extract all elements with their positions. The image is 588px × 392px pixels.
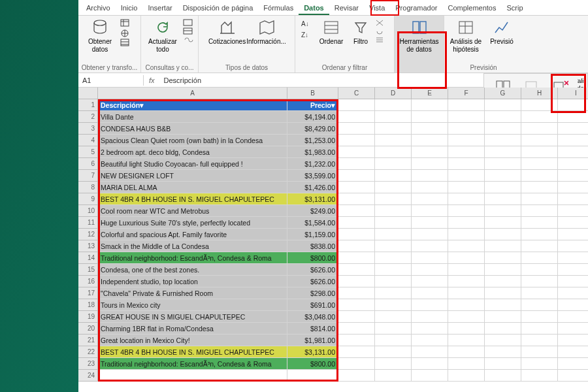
cell-blank[interactable]	[521, 217, 558, 229]
cell-blank[interactable]	[485, 217, 521, 229]
col-header-F[interactable]: F	[448, 88, 485, 99]
cell-price[interactable]: $3,048.00	[287, 311, 338, 323]
tab-insertar[interactable]: Insertar	[142, 1, 177, 15]
cell-blank[interactable]	[485, 135, 521, 146]
cell-blank[interactable]	[558, 335, 588, 346]
cell-desc[interactable]: Condesa, one of the best zones.	[98, 264, 287, 276]
cell-blank[interactable]	[448, 323, 485, 335]
cell-blank[interactable]	[558, 346, 588, 358]
cell-blank[interactable]	[448, 135, 485, 146]
cell-blank[interactable]	[338, 170, 375, 182]
row-header-2[interactable]: 2	[78, 111, 98, 123]
row-header-9[interactable]: 9	[78, 193, 98, 205]
cell-price[interactable]: $1,981.00	[287, 335, 338, 346]
cell-desc[interactable]: Beautiful light Studio Coyoacan- full eq…	[98, 158, 287, 170]
cell-blank[interactable]	[448, 370, 485, 382]
cell-blank[interactable]	[485, 335, 521, 346]
cell-blank[interactable]	[558, 299, 588, 311]
cell-blank[interactable]	[375, 252, 412, 264]
cell-blank[interactable]	[558, 135, 588, 146]
cell-blank[interactable]	[558, 123, 588, 135]
cell-blank[interactable]	[485, 182, 521, 193]
fx-icon[interactable]: fx	[144, 76, 160, 84]
col-header-E[interactable]: E	[412, 88, 448, 99]
cell-blank[interactable]	[558, 205, 588, 217]
col-header-G[interactable]: G	[485, 88, 521, 99]
cell-blank[interactable]	[485, 311, 521, 323]
col-header-H[interactable]: H	[521, 88, 558, 99]
cell-blank[interactable]	[375, 299, 412, 311]
cell-blank[interactable]	[375, 287, 412, 299]
tab-archivo[interactable]: Archivo	[81, 1, 116, 15]
row-header-10[interactable]: 10	[78, 205, 98, 217]
cell-blank[interactable]	[558, 170, 588, 182]
cell-blank[interactable]	[412, 323, 448, 335]
row-header-15[interactable]: 15	[78, 264, 98, 276]
cell-blank[interactable]	[485, 276, 521, 287]
cell-blank[interactable]	[448, 240, 485, 252]
cell-blank[interactable]	[338, 299, 375, 311]
cell-blank[interactable]	[521, 99, 558, 111]
cell-desc[interactable]: Independent studio, top location	[98, 276, 287, 287]
advanced-icon[interactable]	[375, 36, 384, 44]
col-header-B[interactable]: B	[287, 88, 338, 99]
cell-blank[interactable]	[375, 335, 412, 346]
prevision-button[interactable]: Previsió	[486, 17, 517, 47]
cell-blank[interactable]	[558, 158, 588, 170]
cell-blank[interactable]	[375, 229, 412, 240]
cell-blank[interactable]	[448, 299, 485, 311]
cell-blank[interactable]	[558, 370, 588, 382]
cell-desc[interactable]	[98, 370, 287, 382]
header-precio[interactable]: Precio▾	[287, 99, 338, 111]
cell-blank[interactable]	[412, 182, 448, 193]
from-text-icon[interactable]	[120, 19, 131, 28]
actualizar-todo-button[interactable]: Actualizar todo	[144, 17, 182, 54]
cell-blank[interactable]	[521, 358, 558, 370]
cell-desc[interactable]: Villa Dante	[98, 111, 287, 123]
cell-blank[interactable]	[485, 123, 521, 135]
cell-blank[interactable]	[558, 111, 588, 123]
cell-desc[interactable]: Traditional neighborhood: EscandÃ³n, Con…	[98, 252, 287, 264]
cell-blank[interactable]	[558, 323, 588, 335]
cell-blank[interactable]	[485, 252, 521, 264]
tab-revisar[interactable]: Revisar	[329, 1, 364, 15]
cell-blank[interactable]	[558, 217, 588, 229]
cell-desc[interactable]: "Chavela" Private & Furnished Room	[98, 287, 287, 299]
cell-blank[interactable]	[412, 111, 448, 123]
cell-price[interactable]: $626.00	[287, 276, 338, 287]
cell-blank[interactable]	[338, 205, 375, 217]
cell-blank[interactable]	[558, 182, 588, 193]
cell-desc[interactable]: BEST 4BR 4 BH HOUSE IN S. MIGUEL CHAPULT…	[98, 346, 287, 358]
cell-blank[interactable]	[412, 252, 448, 264]
cell-desc[interactable]: Smack in the Middle of La Condesa	[98, 240, 287, 252]
properties-icon[interactable]	[183, 27, 193, 35]
cell-blank[interactable]	[448, 99, 485, 111]
cell-blank[interactable]	[448, 193, 485, 205]
cell-price[interactable]: $1,159.00	[287, 229, 338, 240]
cell-blank[interactable]	[448, 123, 485, 135]
cell-blank[interactable]	[338, 99, 375, 111]
tab-programador[interactable]: Programador	[390, 1, 442, 15]
cell-blank[interactable]	[412, 370, 448, 382]
cell-blank[interactable]	[375, 170, 412, 182]
cell-blank[interactable]	[338, 287, 375, 299]
cell-price[interactable]: $691.00	[287, 299, 338, 311]
cell-blank[interactable]	[338, 335, 375, 346]
cell-blank[interactable]	[375, 240, 412, 252]
cell-blank[interactable]	[338, 240, 375, 252]
cell-blank[interactable]	[338, 123, 375, 135]
cell-blank[interactable]	[375, 358, 412, 370]
cell-blank[interactable]	[485, 193, 521, 205]
cell-price[interactable]: $800.00	[287, 358, 338, 370]
cell-desc[interactable]: GREAT HOUSE IN S MIGUEL CHAPULTEPEC	[98, 311, 287, 323]
queries-icon[interactable]	[183, 19, 193, 27]
sort-az-button[interactable]: A↓	[299, 18, 314, 29]
tab-inicio[interactable]: Inicio	[116, 1, 143, 15]
cell-blank[interactable]	[412, 135, 448, 146]
row-header-11[interactable]: 11	[78, 217, 98, 229]
cell-blank[interactable]	[375, 346, 412, 358]
cell-blank[interactable]	[375, 182, 412, 193]
cell-blank[interactable]	[375, 311, 412, 323]
cell-blank[interactable]	[521, 170, 558, 182]
cell-price[interactable]: $838.00	[287, 240, 338, 252]
